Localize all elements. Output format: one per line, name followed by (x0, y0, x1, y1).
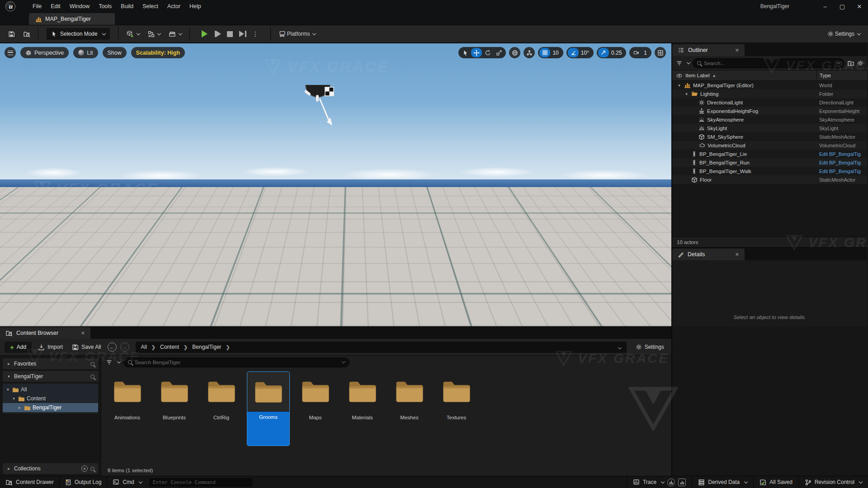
tab-map-bengaltiger[interactable]: MAP_BengalTiger (29, 13, 115, 25)
outliner-row[interactable]: ExponentialHeightFogExponentialHeight (672, 107, 867, 115)
show-dropdown[interactable]: Show (103, 47, 127, 58)
browse-content-button[interactable] (20, 28, 33, 40)
outliner-row[interactable]: ▾MAP_BengalTiger (Editor)World (672, 81, 867, 89)
expander-icon[interactable]: ▾ (677, 83, 682, 88)
breadcrumb[interactable]: All❯Content❯BengalTiger❯ (136, 342, 627, 353)
maximize-viewport-button[interactable] (655, 47, 666, 58)
platforms-dropdown[interactable]: Platforms (275, 28, 319, 40)
perspective-dropdown[interactable]: Perspective (20, 47, 69, 58)
expander-icon[interactable]: ▾ (684, 92, 689, 96)
menu-select[interactable]: Select (138, 0, 163, 13)
content-browser-settings-button[interactable]: Settings (633, 344, 667, 350)
directional-light-gizmo[interactable] (296, 85, 346, 130)
filter-icon[interactable] (676, 60, 683, 66)
project-header[interactable]: ▾BengalTiger (3, 371, 98, 382)
path-dropdown-chevron[interactable] (618, 346, 621, 349)
filter-chevron-icon[interactable] (117, 360, 121, 363)
maximize-button[interactable]: ▢ (834, 0, 851, 13)
play-options-button[interactable]: ⋮ (250, 28, 261, 40)
rotate-tool-button[interactable] (482, 48, 493, 57)
menu-edit[interactable]: Edit (46, 0, 65, 13)
insights-session-icon[interactable] (678, 479, 686, 486)
content-drawer-button[interactable]: Content Drawer (0, 476, 60, 488)
eject-button[interactable] (237, 28, 249, 40)
menu-file[interactable]: File (28, 0, 46, 13)
close-tab-icon[interactable]: ✕ (735, 47, 739, 53)
save-all-button[interactable]: Save All (69, 344, 104, 351)
search-icon[interactable] (90, 362, 94, 366)
scale-snap-toggle[interactable] (598, 48, 609, 57)
edit-blueprint-link[interactable]: Edit BP_BengalTig (816, 169, 867, 174)
outliner-row[interactable]: ▾LightingFolder (672, 89, 867, 98)
derived-data-dropdown[interactable]: Derived Data (692, 476, 753, 488)
filter-icon[interactable] (106, 359, 113, 366)
edit-blueprint-link[interactable]: Edit BP_BengalTig (816, 151, 867, 157)
move-tool-button[interactable] (471, 48, 482, 57)
expander-icon[interactable]: ▾ (11, 396, 16, 401)
breadcrumb-all[interactable]: All (141, 344, 147, 350)
add-actor-button[interactable] (123, 28, 143, 40)
outliner-row[interactable]: VolumetricCloudVolumetricCloud (672, 141, 867, 150)
scalability-warning[interactable]: Scalability: High (131, 47, 185, 58)
menu-window[interactable]: Window (65, 0, 94, 13)
blueprints-button[interactable] (145, 28, 164, 40)
level-viewport[interactable]: Perspective Lit Show Scalability: High (0, 43, 672, 326)
outliner-settings-icon[interactable] (857, 60, 863, 66)
outliner-row[interactable]: SkyAtmosphereSkyAtmosphere (672, 115, 867, 124)
favorites-header[interactable]: ▸Favorites (3, 358, 98, 369)
forward-button[interactable]: → (120, 343, 129, 352)
outliner-row[interactable]: SkyLightSkyLight (672, 124, 867, 132)
scale-snap-value[interactable]: 0.25 (609, 50, 625, 56)
world-local-toggle[interactable] (509, 47, 520, 58)
folder-textures[interactable]: Textures (435, 371, 478, 420)
folder-grooms[interactable]: Grooms (247, 371, 290, 446)
surface-snapping-button[interactable] (524, 47, 535, 58)
scale-tool-button[interactable] (494, 48, 505, 57)
folder-maps[interactable]: Maps (294, 371, 337, 420)
camera-speed-button[interactable] (631, 48, 642, 57)
search-options-chevron[interactable] (837, 61, 840, 64)
minimize-button[interactable]: – (816, 0, 834, 13)
expander-icon[interactable]: ▾ (5, 387, 10, 392)
close-button[interactable]: ✕ (851, 0, 868, 13)
folder-blueprints[interactable]: Blueprints (153, 371, 196, 420)
search-options-chevron[interactable] (342, 360, 345, 363)
asset-search-input[interactable] (135, 360, 338, 365)
add-collection-icon[interactable]: + (81, 465, 88, 472)
breadcrumb-content[interactable]: Content (160, 344, 179, 350)
breadcrumb-bengaltiger[interactable]: BengalTiger (192, 344, 221, 350)
add-button[interactable]: +Add (5, 342, 32, 353)
insights-icon[interactable] (667, 479, 675, 486)
folder-materials[interactable]: Materials (341, 371, 384, 420)
menu-build[interactable]: Build (116, 0, 138, 13)
outliner-row[interactable]: BP_BengalTiger_WalkEdit BP_BengalTig (672, 167, 867, 175)
select-tool-button[interactable] (460, 48, 471, 57)
folder-meshes[interactable]: Meshes (388, 371, 431, 420)
play-button[interactable] (199, 28, 211, 40)
revision-control-dropdown[interactable]: Revision Control (798, 476, 868, 488)
save-button[interactable] (5, 28, 18, 40)
menu-tools[interactable]: Tools (94, 0, 116, 13)
close-tab-icon[interactable]: ✕ (735, 252, 739, 258)
folder-animations[interactable]: Animations (106, 371, 149, 420)
outliner-column-header[interactable]: Item Label▲ Type (672, 70, 867, 81)
all-saved-button[interactable]: All Saved (753, 476, 798, 488)
outliner-row[interactable]: DirectionalLightDirectionalLight (672, 98, 867, 107)
collections-header[interactable]: ▸Collections + (3, 463, 98, 474)
tab-content-browser[interactable]: Content Browser✕ (0, 327, 90, 339)
output-log-button[interactable]: Output Log (60, 476, 107, 488)
tree-item-all[interactable]: ▾All (3, 385, 98, 394)
menu-help[interactable]: Help (185, 0, 206, 13)
filter-chevron-icon[interactable] (687, 61, 690, 64)
search-icon[interactable] (90, 467, 94, 471)
console-command-input[interactable] (153, 479, 249, 485)
console-command-field[interactable] (149, 478, 252, 487)
frame-skip-button[interactable] (212, 28, 223, 40)
grid-snap-value[interactable]: 10 (551, 50, 561, 56)
search-icon[interactable] (90, 375, 94, 379)
folder-ctrlrig[interactable]: CtrlRig (200, 371, 243, 420)
outliner-row[interactable]: BP_BengalTiger_LieEdit BP_BengalTig (672, 150, 867, 158)
stop-button[interactable] (224, 28, 236, 40)
rotation-snap-toggle[interactable] (568, 48, 579, 57)
create-folder-icon[interactable] (847, 60, 854, 66)
